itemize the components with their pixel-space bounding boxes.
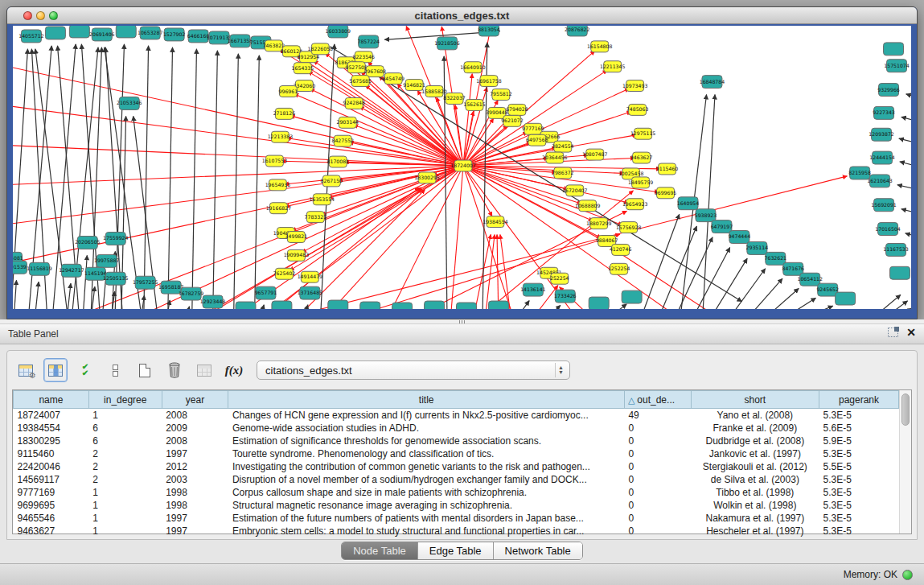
graph-edge[interactable] xyxy=(899,138,911,146)
window-titlebar[interactable]: citations_edges.txt xyxy=(7,7,917,24)
graph-edge[interactable] xyxy=(900,162,911,170)
graph-node[interactable]: 9463627 xyxy=(630,152,653,163)
graph-node[interactable]: 14136141 xyxy=(520,283,545,296)
graph-node[interactable]: 16210643 xyxy=(867,175,892,187)
graph-edge[interactable] xyxy=(213,51,218,309)
graph-node[interactable]: 6497568 xyxy=(526,134,548,146)
table-cell[interactable]: 5.3E-5 xyxy=(819,512,899,525)
column-header-in_degree[interactable]: in_degree xyxy=(88,391,162,409)
table-cell[interactable]: Wolkin et al. (1998) xyxy=(691,499,819,512)
table-cell[interactable]: 5.3E-5 xyxy=(819,409,899,422)
graph-node[interactable]: 9329966 xyxy=(877,84,900,97)
table-cell[interactable]: 2 xyxy=(88,473,162,486)
graph-node[interactable]: 9227343 xyxy=(873,106,895,119)
table-cell[interactable]: 9777169 xyxy=(14,486,89,499)
table-cell[interactable]: Yano et al. (2008) xyxy=(691,409,819,422)
graph-node[interactable]: 7485063 xyxy=(626,104,649,115)
table-cell[interactable]: 1997 xyxy=(162,512,228,525)
graph-node[interactable]: 16671358 xyxy=(228,35,253,47)
table-cell[interactable]: Changes of HCN gene expression and I(f) … xyxy=(228,409,624,422)
graph-node[interactable] xyxy=(328,300,348,309)
table-cell[interactable]: Corpus callosum shape and size in male p… xyxy=(228,486,624,499)
table-cell[interactable]: 5.5E-5 xyxy=(819,460,899,473)
graph-edge[interactable] xyxy=(463,166,622,225)
graph-node[interactable]: 19166827 xyxy=(266,203,291,214)
graph-node[interactable]: 14055712 xyxy=(18,30,43,43)
scrollbar-thumb[interactable] xyxy=(901,393,910,426)
graph-node[interactable]: 12093872 xyxy=(869,128,893,141)
graph-edge[interactable] xyxy=(144,46,149,309)
table-cell[interactable]: Franke et al. (2009) xyxy=(691,422,819,435)
graph-edge[interactable] xyxy=(259,305,264,309)
table-cell[interactable]: 0 xyxy=(624,525,691,538)
graph-edge[interactable] xyxy=(691,248,729,309)
table-cell[interactable]: Nakamura et al. (1997) xyxy=(691,512,819,525)
graph-node[interactable]: 4120746 xyxy=(610,244,632,255)
graph-edge[interactable] xyxy=(186,307,190,309)
graph-node[interactable]: 6794028 xyxy=(506,104,528,115)
graph-node[interactable]: 9621072 xyxy=(501,115,524,126)
graph-edge[interactable] xyxy=(13,105,463,166)
table-cell[interactable]: 0 xyxy=(624,422,691,435)
graph-node[interactable]: 1733426 xyxy=(554,290,577,303)
graph-edge[interactable] xyxy=(105,47,142,309)
table-cell[interactable]: 6 xyxy=(88,422,162,435)
table-cell[interactable]: 9463627 xyxy=(14,525,89,538)
table-cell[interactable]: 5.9E-5 xyxy=(819,435,899,447)
table-cell[interactable]: 0 xyxy=(624,435,691,447)
graph-node[interactable]: 16720407 xyxy=(562,185,587,196)
graph-node[interactable]: 1640954 xyxy=(677,197,700,210)
column-settings-button[interactable]: ⚙ xyxy=(14,358,38,382)
graph-edge[interactable] xyxy=(892,308,911,309)
graph-node[interactable]: 12211345 xyxy=(600,61,625,72)
graph-edge[interactable] xyxy=(515,301,529,309)
table-cell[interactable]: 22420046 xyxy=(14,460,89,473)
graph-node[interactable]: 10653287 xyxy=(138,27,162,39)
table-cell[interactable]: Stergiakouli et al. (2012) xyxy=(691,460,819,473)
table-row[interactable]: 2242004622012Investigating the contribut… xyxy=(14,460,899,473)
column-header-short[interactable]: short xyxy=(691,391,819,409)
graph-node[interactable]: 20364456 xyxy=(542,152,567,163)
graph-node[interactable]: 15751074 xyxy=(884,60,909,72)
table-cell[interactable]: 2 xyxy=(88,447,162,460)
show-all-columns-button[interactable]: ✔✔ xyxy=(73,358,97,382)
function-builder-button[interactable]: f(x) xyxy=(222,358,246,382)
close-panel-icon[interactable]: ✕ xyxy=(906,328,916,337)
table-cell[interactable]: 18300295 xyxy=(14,435,89,447)
graph-node[interactable]: 10688809 xyxy=(575,200,600,212)
table-cell[interactable]: 49 xyxy=(624,409,691,422)
column-header-year[interactable]: year xyxy=(162,391,228,409)
graph-edge[interactable] xyxy=(35,282,39,309)
table-cell[interactable]: 9465546 xyxy=(14,512,89,525)
graph-node[interactable] xyxy=(392,303,413,309)
table-cell[interactable]: Tourette syndrome. Phenomenology and cla… xyxy=(228,447,624,460)
graph-edge[interactable] xyxy=(901,117,911,125)
graph-node[interactable] xyxy=(884,43,904,56)
table-cell[interactable]: 18724007 xyxy=(14,409,89,422)
graph-node[interactable]: 8170081 xyxy=(327,156,350,167)
graph-node[interactable]: 20691406 xyxy=(89,28,114,41)
table-cell[interactable]: Genome-wide association studies in ADHD. xyxy=(228,422,624,435)
table-select-dropdown[interactable]: citations_edges.txt ▲▼ xyxy=(257,360,570,380)
graph-node[interactable]: 19218506 xyxy=(434,37,459,50)
graph-node[interactable]: 18300295 xyxy=(414,172,439,183)
graph-edge[interactable] xyxy=(745,278,782,309)
graph-edge[interactable] xyxy=(473,234,491,309)
graph-node[interactable]: 9657791 xyxy=(255,286,277,299)
graph-node[interactable]: 8427552 xyxy=(332,135,355,146)
graph-edge[interactable] xyxy=(254,56,259,309)
graph-edge[interactable] xyxy=(302,305,308,309)
hide-columns-button[interactable] xyxy=(103,358,127,382)
table-cell[interactable]: Estimation of significance thresholds fo… xyxy=(228,435,624,447)
graph-node[interactable]: 7632621 xyxy=(765,252,787,265)
table-row[interactable]: 911546021997Tourette syndrome. Phenomeno… xyxy=(14,447,899,460)
table-row[interactable]: 1830029562008Estimation of significance … xyxy=(14,435,899,447)
table-cell[interactable]: 1 xyxy=(88,525,162,538)
graph-node[interactable]: 18807299 xyxy=(586,218,611,229)
graph-node[interactable] xyxy=(589,297,609,309)
graph-edge[interactable] xyxy=(906,233,911,241)
table-cell[interactable]: 1997 xyxy=(162,447,228,460)
table-cell[interactable]: Dudbridge et al. (2008) xyxy=(691,435,819,447)
table-cell[interactable]: 1998 xyxy=(162,499,228,512)
table-row[interactable]: 1872400712008Changes of HCN gene express… xyxy=(14,409,899,422)
